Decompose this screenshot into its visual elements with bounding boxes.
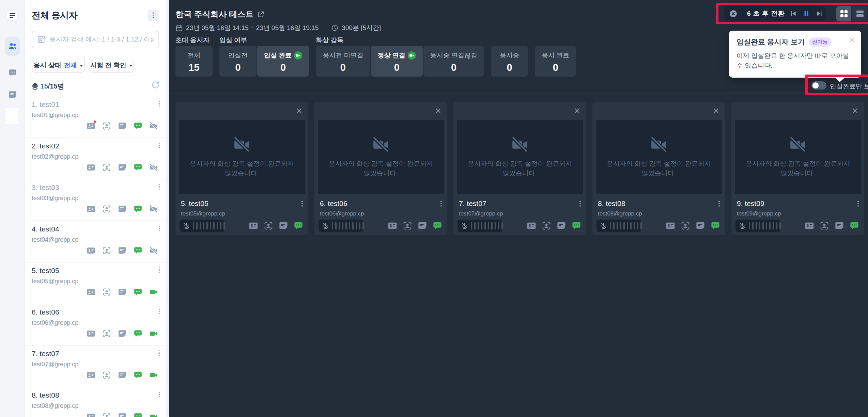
video-off-icon[interactable] — [149, 246, 158, 255]
face-scan-icon[interactable] — [102, 329, 111, 338]
note-icon[interactable] — [118, 371, 127, 380]
id-card-icon[interactable] — [527, 221, 536, 230]
list-item[interactable]: 5. test05 test05@grepp.cp — [25, 262, 169, 304]
note-icon[interactable] — [418, 221, 427, 230]
close-icon[interactable] — [712, 107, 720, 114]
close-icon[interactable] — [848, 36, 856, 44]
video-on-icon[interactable] — [149, 288, 158, 296]
external-link-icon[interactable] — [257, 11, 265, 18]
list-item[interactable]: 6. test06 test06@grepp.cp — [25, 304, 169, 346]
item-kebab-menu-icon[interactable] — [159, 350, 160, 356]
list-item[interactable]: 7. test07 test07@grepp.cp — [25, 346, 169, 387]
id-card-icon[interactable] — [87, 412, 95, 417]
video-off-icon[interactable] — [149, 163, 158, 172]
id-card-icon[interactable] — [87, 371, 95, 380]
item-kebab-menu-icon[interactable] — [159, 309, 160, 314]
chat-bubble-icon[interactable] — [134, 205, 142, 213]
video-on-icon[interactable] — [149, 412, 158, 417]
note-icon[interactable] — [118, 205, 127, 213]
face-scan-icon[interactable] — [102, 288, 111, 296]
id-card-icon[interactable] — [87, 329, 95, 338]
item-kebab-menu-icon[interactable] — [159, 101, 160, 107]
chat-bubble-icon[interactable] — [850, 221, 859, 230]
chat-bubble-icon[interactable] — [572, 221, 581, 230]
id-card-icon[interactable] — [87, 163, 95, 172]
note-icon[interactable] — [118, 288, 127, 296]
item-kebab-menu-icon[interactable] — [159, 184, 160, 190]
chat-bubble-icon[interactable] — [134, 288, 142, 296]
chat-bubble-icon[interactable] — [711, 221, 720, 230]
refresh-icon[interactable] — [151, 80, 160, 90]
chat-bubble-icon[interactable] — [294, 221, 303, 230]
close-icon[interactable] — [434, 107, 442, 114]
chat-bubble-icon[interactable] — [134, 329, 142, 338]
card-kebab-menu-icon[interactable] — [440, 201, 442, 207]
panel-kebab-menu-icon[interactable] — [148, 10, 159, 21]
card-kebab-menu-icon[interactable] — [718, 201, 720, 207]
id-card-icon[interactable] — [805, 221, 814, 230]
list-item[interactable]: 1. test01 test01@grepp.cp — [25, 96, 169, 138]
note-icon[interactable] — [118, 329, 127, 338]
chat-bubble-icon[interactable] — [134, 163, 142, 172]
list-item[interactable]: 2. test02 test02@grepp.cp — [25, 138, 169, 179]
note-icon[interactable] — [118, 122, 127, 130]
close-icon[interactable] — [851, 107, 859, 114]
close-icon[interactable] — [295, 107, 303, 114]
face-scan-icon[interactable] — [681, 221, 690, 230]
cancel-rotation-icon[interactable] — [729, 10, 738, 18]
face-scan-icon[interactable] — [542, 221, 551, 230]
item-kebab-menu-icon[interactable] — [159, 392, 160, 397]
grid-view-button[interactable] — [836, 6, 851, 21]
video-off-icon[interactable] — [149, 205, 158, 213]
note-icon[interactable] — [557, 221, 566, 230]
face-scan-icon[interactable] — [102, 246, 111, 255]
card-kebab-menu-icon[interactable] — [579, 201, 581, 207]
video-off-icon[interactable] — [149, 122, 158, 130]
list-item[interactable]: 8. test08 test08@grepp.cp — [25, 387, 169, 417]
item-kebab-menu-icon[interactable] — [159, 267, 160, 273]
face-scan-icon[interactable] — [102, 163, 111, 172]
chat-bubble-icon[interactable] — [134, 246, 142, 255]
face-scan-icon[interactable] — [102, 412, 111, 417]
previous-icon[interactable] — [789, 10, 797, 18]
filter-status-dropdown[interactable]: 응시 상태 전체 — [32, 58, 85, 73]
chat-bubble-icon[interactable] — [134, 122, 142, 130]
face-scan-icon[interactable] — [820, 221, 829, 230]
face-scan-icon[interactable] — [102, 205, 111, 213]
id-card-icon[interactable] — [666, 221, 675, 230]
chat-bubble-icon[interactable] — [134, 371, 142, 380]
face-scan-icon[interactable] — [102, 122, 111, 130]
id-card-icon[interactable] — [388, 221, 397, 230]
video-on-icon[interactable] — [149, 371, 158, 380]
video-on-icon[interactable] — [149, 329, 158, 338]
sidebar-item-chat[interactable] — [5, 63, 20, 82]
id-card-icon[interactable] — [87, 122, 95, 130]
note-icon[interactable] — [835, 221, 844, 230]
sidebar-item-participants[interactable] — [5, 37, 20, 56]
chat-bubble-icon[interactable] — [134, 412, 142, 417]
id-card-icon[interactable] — [249, 221, 258, 230]
list-item[interactable]: 4. test04 test04@grepp.cp — [25, 221, 169, 262]
face-scan-icon[interactable] — [102, 371, 111, 380]
note-icon[interactable] — [118, 246, 127, 255]
list-item[interactable]: 3. test03 test03@grepp.cp — [25, 179, 169, 221]
sidebar-item-notes[interactable] — [5, 85, 20, 104]
search-input[interactable] — [49, 36, 154, 43]
note-icon[interactable] — [696, 221, 705, 230]
face-scan-icon[interactable] — [264, 221, 273, 230]
item-kebab-menu-icon[interactable] — [159, 143, 160, 148]
close-icon[interactable] — [573, 107, 581, 114]
card-kebab-menu-icon[interactable] — [857, 201, 859, 207]
pause-icon[interactable] — [802, 10, 810, 18]
id-card-icon[interactable] — [87, 288, 95, 296]
list-view-button[interactable] — [852, 6, 867, 21]
id-card-icon[interactable] — [87, 205, 95, 213]
menu-icon[interactable] — [7, 10, 17, 21]
note-icon[interactable] — [118, 412, 127, 417]
chat-bubble-icon[interactable] — [433, 221, 442, 230]
next-icon[interactable] — [815, 10, 823, 18]
scrollbar[interactable] — [166, 0, 169, 417]
note-icon[interactable] — [279, 221, 288, 230]
face-scan-icon[interactable] — [403, 221, 412, 230]
note-icon[interactable] — [118, 163, 127, 172]
